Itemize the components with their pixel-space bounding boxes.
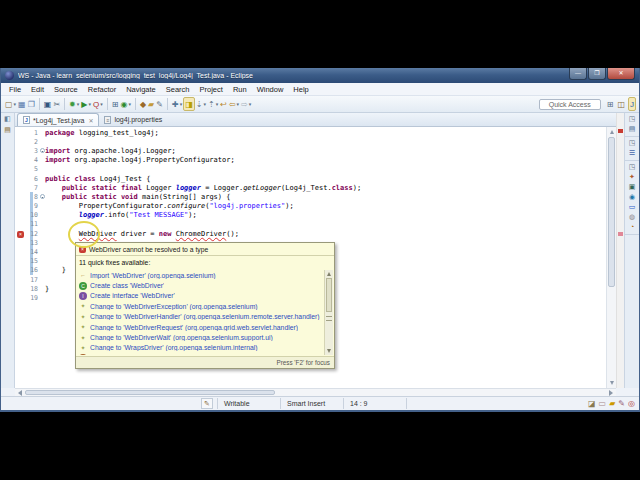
overview-error-mark[interactable]: [618, 129, 623, 133]
save-icon[interactable]: ▦: [17, 97, 27, 111]
tab-close-icon[interactable]: ✕: [88, 117, 93, 124]
menu-help[interactable]: Help: [288, 85, 313, 94]
quickfix-item-8[interactable]: ✦Change to 'WrapsDriver' (org.openqa.sel…: [79, 343, 322, 353]
menu-refactor[interactable]: Refactor: [83, 85, 121, 94]
annotate-icon[interactable]: ✎: [155, 97, 164, 111]
code-text[interactable]: import org.apache.log4j.Logger;: [45, 147, 176, 155]
last-edit-icon[interactable]: ↩: [219, 97, 228, 111]
quickfix-item-3[interactable]: ICreate interface 'WebDriver': [79, 291, 322, 301]
sync-icon[interactable]: ◪: [588, 400, 596, 408]
memory-icon[interactable]: ▭: [599, 400, 607, 408]
forward-icon[interactable]: ⇨▾: [240, 97, 252, 111]
code-text[interactable]: import org.apache.log4j.PropertyConfigur…: [45, 156, 235, 164]
code-text[interactable]: public class Log4j_Test {: [45, 175, 150, 183]
quickfix-scrollbar[interactable]: [324, 270, 333, 355]
prev-annotation-icon[interactable]: ⇡▾: [207, 97, 219, 111]
back-icon[interactable]: ⇦▾: [228, 97, 240, 111]
restore-tasklist-icon[interactable]: ◳: [629, 115, 636, 123]
menu-edit[interactable]: Edit: [26, 85, 49, 94]
tab--log4j-test-java[interactable]: J*Log4j_Test.java✕: [17, 113, 99, 126]
console-view-icon[interactable]: ▭: [629, 203, 636, 211]
code-text[interactable]: }: [45, 266, 66, 274]
quickfix-item-6[interactable]: ✦Change to 'WebDriverRequest' (org.openq…: [79, 322, 322, 332]
scroll-down-icon[interactable]: [327, 349, 331, 353]
hscroll-thumb[interactable]: [25, 390, 275, 395]
new-junit-icon[interactable]: ⊞: [111, 97, 120, 111]
scroll-thumb[interactable]: [326, 278, 332, 312]
menu-navigate[interactable]: Navigate: [121, 85, 161, 94]
quickfix-link[interactable]: Import 'WebDriver' (org.openqa.selenium): [90, 272, 216, 279]
code-text[interactable]: }: [45, 285, 49, 293]
quickfix-item-2[interactable]: CCreate class 'WebDriver': [79, 280, 322, 290]
restore-package-explorer-icon[interactable]: ◧: [4, 115, 11, 123]
plugin-icon[interactable]: ✚▾: [171, 97, 183, 111]
restore-outline-icon[interactable]: ◳: [629, 139, 636, 147]
close-button[interactable]: ✕: [607, 68, 635, 80]
cut-icon[interactable]: ✂: [52, 97, 61, 111]
menu-file[interactable]: File: [4, 85, 26, 94]
progress-icon[interactable]: ◎: [628, 400, 635, 408]
quickfix-link[interactable]: Change to 'WebDriverHandler' (org.openqa…: [90, 313, 320, 320]
editor-hscrollbar[interactable]: [15, 388, 616, 396]
code-text[interactable]: PropertyConfigurator.configure("log4j.pr…: [45, 202, 294, 210]
quickfix-link[interactable]: Change to 'WebDriverException' (org.open…: [90, 303, 258, 310]
task-list-icon[interactable]: ▤: [629, 125, 636, 133]
overview-error-mark-2[interactable]: [618, 232, 623, 236]
menu-source[interactable]: Source: [49, 85, 83, 94]
fold-toggle-icon[interactable]: [40, 148, 45, 153]
build-icon[interactable]: ▰: [609, 400, 615, 408]
edit-status-icon[interactable]: ✎: [618, 400, 625, 408]
debug-icon[interactable]: ✹▾: [68, 97, 80, 111]
declaration-icon[interactable]: ◉: [629, 193, 635, 201]
restore-views-icon[interactable]: ◳: [629, 163, 636, 171]
quickfix-item-7[interactable]: ✦Change to 'WebDriverWait' (org.openqa.s…: [79, 332, 322, 342]
quickfix-item-4[interactable]: ✦Change to 'WebDriverException' (org.ope…: [79, 301, 322, 311]
fold-toggle-icon[interactable]: [40, 194, 45, 199]
run-icon[interactable]: ▶▾: [80, 97, 92, 111]
jar-icon[interactable]: ▰: [147, 97, 155, 111]
javadoc-icon[interactable]: ▣: [629, 183, 636, 191]
open-type-icon[interactable]: ◆: [139, 97, 147, 111]
overview-ruler[interactable]: [616, 113, 624, 388]
code-text[interactable]: public static final Logger logger = Logg…: [45, 184, 361, 192]
quickfix-item-9[interactable]: ECreate enum 'WebDriver': [79, 353, 322, 355]
code-text[interactable]: public static void main(String[] args) {: [45, 193, 230, 201]
history-icon[interactable]: ◔: [630, 223, 634, 231]
error-marker-icon[interactable]: [17, 231, 24, 238]
quickfix-link[interactable]: Change to 'WrapsDriver' (org.openqa.sele…: [90, 344, 258, 351]
next-annotation-icon[interactable]: ⇣▾: [195, 97, 207, 111]
menu-project[interactable]: Project: [195, 85, 228, 94]
outline-icon[interactable]: ☰: [629, 149, 635, 157]
menu-window[interactable]: Window: [252, 85, 289, 94]
scroll-up-icon[interactable]: [327, 272, 331, 276]
ant-icon[interactable]: ✦: [629, 173, 635, 181]
vscroll-down-icon[interactable]: [607, 379, 616, 388]
quickfix-link[interactable]: Change to 'WebDriverWait' (org.openqa.se…: [90, 334, 273, 341]
quick-access-button[interactable]: Quick Access: [539, 99, 601, 110]
quickfix-item-1[interactable]: ←Import 'WebDriver' (org.openqa.selenium…: [79, 270, 322, 280]
package-explorer-icon[interactable]: ▤: [4, 126, 11, 134]
open-perspective-icon[interactable]: ⊞: [606, 97, 615, 111]
external-tools-icon[interactable]: ◉▾: [119, 97, 132, 111]
save-all-icon[interactable]: ❐: [27, 97, 36, 111]
menu-search[interactable]: Search: [161, 85, 195, 94]
title-bar[interactable]: WS - Java - learn_selenium/src/logging_t…: [1, 68, 639, 83]
javaee-perspective-icon[interactable]: ◫: [616, 97, 626, 111]
java-perspective-icon[interactable]: J: [628, 97, 636, 111]
quickfix-link[interactable]: Create interface 'WebDriver': [90, 292, 175, 299]
coverage-icon[interactable]: Q▾: [92, 97, 104, 111]
console-icon[interactable]: ▣: [43, 97, 53, 111]
editor-vscrollbar[interactable]: [606, 127, 616, 388]
code-text[interactable]: logger.info("Test MESSAGE");: [45, 211, 197, 219]
maximize-button[interactable]: ❐: [588, 68, 606, 80]
editor-body[interactable]: 1package logging_test_log4j;23import org…: [15, 127, 616, 388]
vscroll-thumb[interactable]: [608, 137, 615, 287]
mark-occurrences-icon[interactable]: ◨: [183, 97, 195, 111]
new-wizard-icon[interactable]: ▢▾: [4, 97, 17, 111]
minimize-button[interactable]: —: [569, 68, 587, 80]
code-text[interactable]: package logging_test_log4j;: [45, 129, 159, 137]
menu-run[interactable]: Run: [228, 85, 252, 94]
quickfix-link[interactable]: Change to 'WebDriverRequest' (org.openqa…: [90, 324, 298, 331]
quickfix-link[interactable]: Create class 'WebDriver': [90, 282, 164, 289]
search-view-icon[interactable]: ◍: [629, 213, 635, 221]
